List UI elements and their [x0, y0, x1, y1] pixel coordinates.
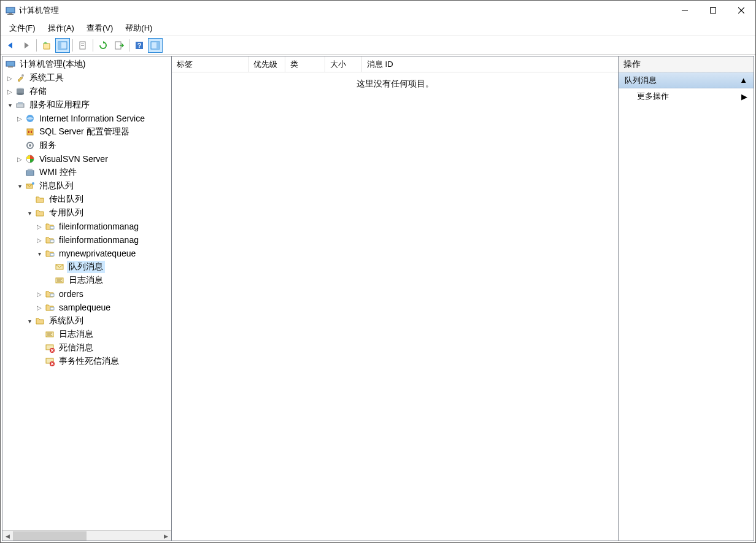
app-icon — [6, 6, 15, 15]
copy-button[interactable] — [75, 38, 90, 53]
svg-rect-37 — [50, 240, 54, 242]
tree-item-iis[interactable]: ▷ Internet Information Service — [2, 112, 171, 125]
chevron-right-icon[interactable]: ▷ — [15, 154, 25, 164]
tree-label: 日志消息 — [67, 274, 105, 287]
tree-label: 系统工具 — [28, 72, 66, 84]
dead-letter-icon — [44, 356, 55, 367]
up-button[interactable] — [39, 38, 54, 53]
tree-item-fim2[interactable]: ▷ fileinformationmanag — [2, 233, 171, 247]
actions-section-header[interactable]: 队列消息 ▲ — [619, 72, 754, 88]
sql-icon — [25, 126, 36, 137]
maximize-button[interactable] — [699, 1, 727, 20]
svg-rect-23 — [17, 104, 24, 107]
close-button[interactable] — [727, 1, 755, 20]
column-msgid[interactable]: 消息 ID — [362, 56, 568, 72]
tree-item-outgoing[interactable]: 传出队列 — [2, 193, 171, 206]
svg-rect-8 — [58, 42, 61, 49]
scroll-right-icon[interactable]: ▶ — [161, 531, 171, 541]
actions-item-label: 更多操作 — [637, 91, 669, 102]
column-priority[interactable]: 优先级 — [249, 56, 285, 72]
tree-item-visualsvn[interactable]: ▷ VisualSVN Server — [2, 152, 171, 166]
svg-point-35 — [32, 182, 34, 185]
svg-point-19 — [21, 74, 24, 77]
gear-icon — [25, 140, 36, 151]
tree-label: WMI 控件 — [37, 166, 79, 179]
tree-item-orders[interactable]: ▷ orders — [2, 287, 171, 301]
svg-rect-10 — [81, 44, 84, 44]
svg-rect-1 — [9, 13, 12, 14]
tree-label: 死信消息 — [57, 342, 95, 354]
chevron-down-icon[interactable]: ▾ — [25, 208, 34, 218]
tree-item-sqlserver[interactable]: SQL Server 配置管理器 — [2, 125, 171, 139]
menu-view[interactable]: 查看(V) — [80, 21, 119, 36]
minimize-button[interactable] — [671, 1, 699, 20]
tree-label: 事务性死信消息 — [57, 355, 121, 368]
tree-item-storage[interactable]: ▷ 存储 — [2, 85, 171, 98]
column-size[interactable]: 大小 — [325, 56, 362, 72]
forward-button[interactable] — [19, 38, 34, 53]
column-class[interactable]: 类 — [285, 56, 325, 72]
svg-rect-4 — [711, 8, 716, 13]
tree-item-txn-dead-letter[interactable]: 事务性死信消息 — [2, 355, 171, 368]
tree-label: 消息队列 — [37, 180, 75, 192]
svg-rect-27 — [28, 131, 29, 133]
horizontal-scrollbar[interactable]: ◀ ▶ — [2, 530, 171, 541]
tree-item-mynewprivatequeue[interactable]: ▾ mynewprivatequeue — [2, 247, 171, 260]
tree-item-wmi[interactable]: WMI 控件 — [2, 166, 171, 179]
chevron-right-icon[interactable]: ▷ — [34, 302, 44, 312]
menu-action[interactable]: 操作(A) — [42, 21, 80, 36]
chevron-down-icon[interactable]: ▾ — [25, 316, 34, 326]
tree-item-queue-messages[interactable]: 队列消息 — [2, 260, 171, 274]
scroll-left-icon[interactable]: ◀ — [2, 531, 13, 541]
window-controls — [671, 1, 755, 20]
actions-more[interactable]: 更多操作 ▶ — [619, 88, 754, 104]
tree-view[interactable]: 计算机管理(本地) ▷ 系统工具 ▷ 存储 ▾ — [2, 56, 171, 530]
services-icon — [15, 99, 26, 110]
export-button[interactable] — [112, 38, 126, 53]
chevron-right-icon[interactable]: ▷ — [5, 73, 15, 83]
help-button[interactable]: ? — [132, 38, 147, 53]
tree-item-fim1[interactable]: ▷ fileinformationmanag — [2, 220, 171, 233]
tree-item-msmq[interactable]: ▾ 消息队列 — [2, 179, 171, 193]
tree-item-services-apps[interactable]: ▾ 服务和应用程序 — [2, 98, 171, 112]
tree-label: mynewprivatequeue — [57, 248, 137, 259]
menu-help[interactable]: 帮助(H) — [119, 21, 158, 36]
chevron-down-icon[interactable]: ▾ — [34, 248, 44, 258]
tree-item-system-tools[interactable]: ▷ 系统工具 — [2, 71, 171, 85]
tree-label: 传出队列 — [47, 193, 85, 206]
tree-item-dead-letter[interactable]: 死信消息 — [2, 341, 171, 355]
queue-folder-icon — [44, 288, 55, 299]
empty-message: 这里没有任何项目。 — [357, 79, 434, 541]
chevron-right-icon[interactable]: ▷ — [34, 235, 44, 245]
refresh-button[interactable] — [96, 38, 110, 53]
menu-file[interactable]: 文件(F) — [3, 21, 42, 36]
show-hide-tree-button[interactable] — [55, 38, 70, 53]
actions-panel: 操作 队列消息 ▲ 更多操作 ▶ — [619, 56, 754, 541]
svg-rect-16 — [156, 42, 160, 49]
chevron-right-icon[interactable]: ▷ — [34, 221, 44, 231]
tree-root[interactable]: 计算机管理(本地) — [2, 58, 171, 71]
chevron-right-icon[interactable]: ▷ — [5, 87, 15, 96]
chevron-right-icon[interactable]: ▷ — [15, 114, 25, 123]
chevron-down-icon[interactable]: ▾ — [15, 181, 25, 191]
chevron-right-icon[interactable]: ▷ — [34, 289, 44, 299]
tree-panel: 计算机管理(本地) ▷ 系统工具 ▷ 存储 ▾ — [2, 56, 172, 541]
tree-item-services[interactable]: 服务 — [2, 139, 171, 152]
svg-rect-33 — [28, 169, 33, 171]
queue-icon — [25, 180, 36, 191]
tree-label: VisualSVN Server — [37, 153, 110, 164]
tree-item-log-messages[interactable]: 日志消息 — [2, 274, 171, 287]
column-label[interactable]: 标签 — [172, 56, 249, 72]
tree-item-sys-log-messages[interactable]: 日志消息 — [2, 328, 171, 341]
dead-letter-icon — [44, 342, 55, 353]
tree-item-private[interactable]: ▾ 专用队列 — [2, 206, 171, 220]
back-button[interactable] — [3, 38, 18, 53]
chevron-right-icon: ▶ — [741, 92, 747, 101]
svg-rect-26 — [27, 129, 33, 135]
show-hide-actions-button[interactable] — [148, 38, 163, 53]
svg-rect-42 — [50, 307, 54, 310]
tree-item-system-queue[interactable]: ▾ 系统队列 — [2, 314, 171, 328]
chevron-down-icon[interactable]: ▾ — [5, 100, 15, 110]
scroll-thumb[interactable] — [13, 531, 87, 541]
tree-item-samplequeue[interactable]: ▷ samplequeue — [2, 301, 171, 314]
